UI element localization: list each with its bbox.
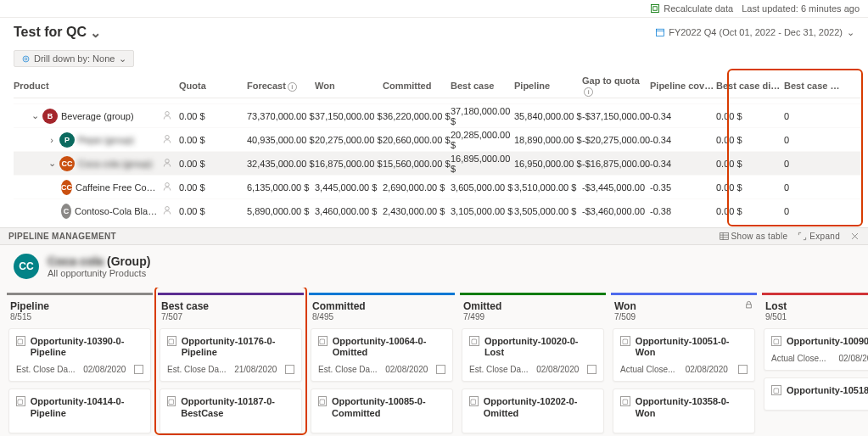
cell-committed: 2,690,000.00 $ bbox=[383, 182, 451, 193]
card-title: Opportunity-10176-0-Pipeline bbox=[182, 336, 294, 358]
cell-forecast: 73,370,000.00 $ bbox=[247, 111, 315, 121]
opportunity-card[interactable]: ▢Opportunity-10358-0-Won bbox=[613, 388, 755, 433]
product-cell[interactable]: ⌄BBeverage (group) bbox=[14, 109, 179, 124]
cell-cover: -0.34 bbox=[650, 135, 716, 145]
col-gap[interactable]: Gap to quotai bbox=[582, 75, 650, 97]
table-row[interactable]: ⌄BBeverage (group)0.00 $73,370,000.00 $3… bbox=[14, 103, 863, 127]
show-as-table-button[interactable]: Show as table bbox=[720, 232, 788, 241]
product-name: Caffeine Free Contoso-Cola bbox=[76, 182, 159, 193]
chevron-right-icon[interactable]: › bbox=[48, 136, 56, 144]
col-pipeline[interactable]: Pipeline bbox=[514, 81, 582, 91]
cell-disc: 0.00 $ bbox=[716, 182, 784, 193]
col-product[interactable]: Product bbox=[14, 81, 179, 91]
cell-disc: 0.00 $ bbox=[716, 206, 784, 216]
close-button[interactable] bbox=[850, 232, 860, 241]
lane-title: Committed bbox=[312, 300, 451, 312]
info-icon[interactable]: i bbox=[288, 82, 297, 92]
col-won[interactable]: Won bbox=[315, 81, 383, 91]
cell-pipeline: 16,950,000.00 $ bbox=[514, 159, 582, 169]
product-cell[interactable]: ›PPepsi (group) bbox=[14, 132, 179, 148]
close-icon bbox=[850, 232, 860, 241]
col-produ[interactable]: Best case produ... bbox=[784, 81, 843, 91]
svg-rect-0 bbox=[652, 5, 659, 13]
opportunity-card[interactable]: ▢Opportunity-10176-0-PipelineEst. Close … bbox=[160, 328, 302, 382]
col-quota[interactable]: Quota bbox=[179, 81, 247, 91]
col-forecast[interactable]: Forecasti bbox=[247, 81, 315, 92]
product-cell[interactable]: ⌄CCCoca cola (group) bbox=[14, 156, 179, 171]
lane-count: 7/507 bbox=[161, 312, 300, 321]
card-meta-value: 02/08/202 bbox=[838, 354, 868, 363]
card-title: Opportunity-10020-0-Lost bbox=[484, 336, 596, 358]
info-icon[interactable]: i bbox=[584, 87, 593, 97]
cell-forecast: 6,135,000.00 $ bbox=[247, 182, 315, 193]
card-meta: Est. Close Da...02/08/2020 bbox=[318, 365, 445, 374]
opportunity-card[interactable]: ▢Opportunity-10202-0-Omitted bbox=[462, 388, 604, 433]
card-icon: ▢ bbox=[771, 336, 781, 346]
cell-cover: -0.34 bbox=[650, 159, 716, 169]
recalculate-button[interactable]: Recalculate data bbox=[650, 3, 733, 14]
card-meta-label: Est. Close Da... bbox=[16, 365, 75, 374]
opportunity-card[interactable]: ▢Opportunity-10390-0-PipelineEst. Close … bbox=[8, 328, 151, 382]
card-title: Opportunity-10090- bbox=[787, 336, 868, 347]
avatar: B bbox=[42, 109, 58, 124]
drill-down-button[interactable]: Drill down by: None ⌄ bbox=[14, 50, 134, 67]
card-icon: ▢ bbox=[469, 336, 479, 346]
lane-committed: Committed8/495▢Opportunity-10064-0-Omitt… bbox=[309, 289, 455, 436]
table-row[interactable]: ›PPepsi (group)0.00 $40,935,000.00 $20,2… bbox=[14, 127, 863, 151]
lock-icon bbox=[744, 300, 753, 312]
opportunity-card[interactable]: ▢Opportunity-10020-0-LostEst. Close Da..… bbox=[462, 328, 604, 382]
page-title-dropdown[interactable]: Test for QC ⌄ bbox=[14, 25, 100, 40]
avatar: P bbox=[59, 132, 75, 148]
chevron-down-icon[interactable]: ⌄ bbox=[48, 159, 56, 168]
avatar: C bbox=[61, 204, 71, 219]
table-row[interactable]: ⌄CCCoca cola (group)0.00 $32,435,000.00 … bbox=[14, 151, 863, 175]
ai-icon bbox=[162, 182, 179, 193]
product-cell[interactable]: CCCaffeine Free Contoso-Cola bbox=[14, 180, 179, 195]
col-cover[interactable]: Pipeline cove... bbox=[650, 81, 716, 91]
period-selector[interactable]: FY2022 Q4 (Oct 01, 2022 - Dec 31, 2022) … bbox=[655, 27, 854, 37]
opportunity-card[interactable]: ▢Opportunity-10085-0-Committed bbox=[311, 388, 453, 433]
card-title: Opportunity-10518- bbox=[787, 385, 868, 396]
svg-rect-2 bbox=[657, 29, 664, 36]
ai-icon bbox=[162, 205, 179, 217]
pipeline-section-label: PIPELINE MANAGEMENT bbox=[8, 232, 116, 241]
opportunity-card[interactable]: ▢Opportunity-10064-0-OmittedEst. Close D… bbox=[311, 328, 453, 382]
cell-bestcase: 37,180,000.00 $ bbox=[451, 106, 514, 126]
card-meta-label: Est. Close Da... bbox=[167, 365, 226, 374]
opportunity-card[interactable]: ▢Opportunity-10187-0-BestCase bbox=[160, 388, 302, 433]
col-bestcase[interactable]: Best case bbox=[451, 81, 514, 91]
card-icon: ▢ bbox=[167, 396, 176, 406]
cell-produ: 0 bbox=[784, 182, 843, 193]
cell-won: 3,460,000.00 $ bbox=[315, 206, 383, 216]
cell-cover: -0.34 bbox=[650, 111, 716, 121]
table-row[interactable]: CCCaffeine Free Contoso-Cola0.00 $6,135,… bbox=[14, 175, 863, 198]
lane-color-bar bbox=[7, 293, 153, 295]
opportunity-card[interactable]: ▢Opportunity-10414-0-Pipeline bbox=[8, 388, 151, 433]
table-row[interactable]: CContoso-Cola Black Cherry Va0.00 $5,890… bbox=[14, 198, 863, 222]
product-cell[interactable]: CContoso-Cola Black Cherry Va bbox=[14, 204, 179, 219]
lane-title: Best case bbox=[161, 300, 300, 312]
calendar-icon bbox=[285, 365, 294, 374]
cell-quota: 0.00 $ bbox=[179, 135, 247, 145]
col-disc[interactable]: Best case disco... bbox=[716, 81, 784, 91]
cell-pipeline: 35,840,000.00 $ bbox=[514, 111, 582, 121]
lane-title: Pipeline bbox=[10, 300, 149, 312]
lane-pipeline: Pipeline8/515▢Opportunity-10390-0-Pipeli… bbox=[7, 289, 153, 436]
group-avatar: CC bbox=[14, 254, 39, 279]
card-meta: Est. Close Da...02/08/2020 bbox=[16, 365, 143, 374]
opportunity-card[interactable]: ▢Opportunity-10090-Actual Close...02/08/… bbox=[764, 328, 868, 371]
lane-omitted: Omitted7/499▢Opportunity-10020-0-LostEst… bbox=[460, 289, 606, 436]
opportunity-card[interactable]: ▢Opportunity-10518- bbox=[764, 377, 868, 411]
col-committed[interactable]: Committed bbox=[383, 81, 451, 91]
svg-point-8 bbox=[165, 159, 170, 163]
chevron-down-icon: ⌄ bbox=[92, 28, 100, 36]
svg-rect-11 bbox=[720, 232, 728, 239]
chevron-down-icon[interactable]: ⌄ bbox=[31, 112, 39, 120]
cell-quota: 0.00 $ bbox=[179, 159, 247, 169]
expand-icon bbox=[798, 232, 807, 241]
opportunity-card[interactable]: ▢Opportunity-10051-0-WonActual Close...0… bbox=[613, 328, 755, 382]
group-subtitle: All opportunity Products bbox=[48, 268, 150, 278]
cell-committed: 15,560,000.00 $ bbox=[383, 159, 451, 169]
lane-color-bar bbox=[611, 293, 757, 295]
expand-button[interactable]: Expand bbox=[798, 232, 840, 241]
